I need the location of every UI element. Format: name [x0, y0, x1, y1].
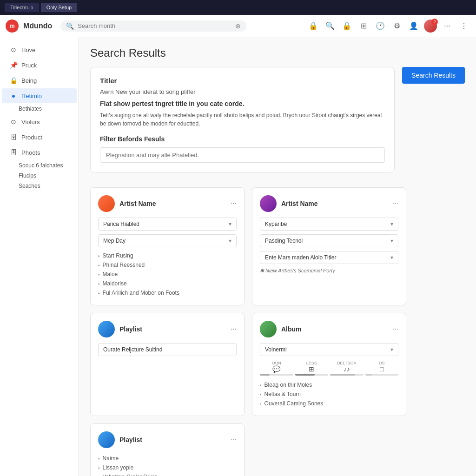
avatar-container[interactable]: 2: [424, 20, 437, 33]
list-item: Maldorise: [98, 279, 237, 288]
card-title-4: Album: [281, 325, 388, 333]
clock-icon[interactable]: 🕐: [374, 20, 387, 33]
card-menu-1[interactable]: ···: [231, 199, 237, 208]
search-bar[interactable]: 🔍 ⊕: [60, 20, 246, 32]
page-title: Search Results: [90, 46, 465, 60]
card-playlist-1: Playlist ··· Ourate Reijcture Sultind: [90, 313, 245, 416]
info-card-title: Titler: [100, 77, 385, 85]
card-list-5: Naime Lissan yople Vallatible Greler Poo…: [98, 454, 237, 476]
list-item: Ful Arillich and Mober on Foots: [98, 288, 237, 298]
search-results-btn-container: Search Results: [402, 67, 465, 84]
sidebar-item-violurs[interactable]: ⊙ Violurs: [2, 114, 77, 129]
user-icon[interactable]: 👤: [407, 20, 420, 33]
logo-icon: m: [6, 20, 19, 33]
card-note-2: ✱ Niew Arthes's Scomonial Porty: [260, 268, 398, 274]
dropdown-1b[interactable]: Mep Day ▾: [98, 234, 237, 247]
search-icon: 🔍: [66, 22, 74, 30]
topbar: Titlectm.io Only Setup: [0, 0, 476, 15]
settings-icon[interactable]: ⚙: [390, 20, 403, 33]
sidebar-item-phoots[interactable]: 🗄 Phoots: [2, 145, 77, 160]
pruck-icon: 📌: [9, 61, 18, 69]
card-list-1: Start Rusing Phinal Reessned Maloe Maldo…: [98, 251, 237, 298]
topbar-tab-2[interactable]: Only Setup: [41, 3, 77, 12]
list-item: Neltas & Tourn: [260, 390, 398, 399]
card-menu-2[interactable]: ···: [392, 199, 398, 208]
filter-title: Filter Befords Fesuls: [100, 135, 385, 143]
list-item: Ouverall Caming Sones: [260, 399, 398, 408]
album-stats: OUN 💬 LESS ⊞ DELTSOA ♪♪: [260, 361, 398, 376]
card-artist-1: Artist Name ··· Parica Riabled ▾ Mep Day…: [90, 187, 245, 305]
card-header-4: Album ···: [260, 321, 398, 337]
header: m Mdundo 🔍 ⊕ 🔒 🔍 🔒 ⊞ 🕐 ⚙ 👤 2 ··· ⋮: [0, 15, 476, 37]
sidebar-label-violurs: Violurs: [21, 119, 40, 126]
card-title-1: Artist Name: [119, 200, 226, 207]
card-menu-3[interactable]: ···: [231, 325, 237, 333]
info-card-body: Tett's suging one all waly the rechelale…: [100, 111, 385, 128]
sidebar-label-phoots: Phoots: [21, 149, 40, 156]
card-artist-2: Artist Name ··· Kyparibe ▾ Pasding Tecno…: [252, 187, 406, 305]
lock-icon[interactable]: 🔒: [307, 20, 320, 33]
dropdown-2a[interactable]: Kyparibe ▾: [260, 218, 398, 231]
dropdown-3a[interactable]: Ourate Reijcture Sultind: [98, 343, 237, 356]
card-title-5: Playlist: [119, 436, 226, 443]
sidebar-item-pruck[interactable]: 📌 Pruck: [2, 58, 77, 73]
sidebar-label-product: Product: [21, 134, 42, 141]
phoots-icon: 🗄: [9, 149, 18, 156]
filter-input[interactable]: [100, 147, 385, 163]
topbar-tabs: Titlectm.io Only Setup: [5, 3, 77, 12]
retimlo-icon: ●: [9, 92, 18, 99]
list-item: Naime: [98, 454, 237, 463]
header-icons: 🔒 🔍 🔒 ⊞ 🕐 ⚙ 👤 2 ··· ⋮: [307, 20, 470, 33]
card-title-3: Playlist: [119, 325, 226, 333]
sidebar-label-being: Being: [21, 77, 37, 84]
search-input[interactable]: [78, 22, 231, 29]
card-header-2: Artist Name ···: [260, 195, 398, 212]
card-album: Album ··· Volnerml ▾ OUN 💬 LESS ⊞: [252, 313, 406, 416]
logo-text: Mdundo: [23, 22, 52, 30]
card-avatar-5: [98, 431, 115, 448]
stat-less: LESS ⊞: [295, 361, 329, 376]
hove-icon: ⊙: [9, 46, 18, 53]
list-item: Start Rusing: [98, 251, 237, 260]
sidebar-item-being[interactable]: 🔒 Being: [2, 73, 77, 88]
sidebar-sub-seaches[interactable]: Seaches: [0, 181, 79, 191]
chevron-down-icon-2c: ▾: [390, 254, 393, 261]
dropdown-4a[interactable]: Volnerml ▾: [260, 343, 398, 356]
card-playlist-2: Playlist ··· Naime Lissan yople Vallatib…: [90, 423, 245, 476]
chevron-down-icon-4a: ▾: [390, 346, 393, 353]
main-content: Search Results Titler Awrn New your ider…: [79, 37, 476, 476]
being-icon: 🔒: [9, 77, 18, 84]
grid-icon[interactable]: ⊞: [357, 20, 370, 33]
sidebar-item-product[interactable]: 🗄 Product: [2, 130, 77, 145]
sidebar-label-pruck: Pruck: [21, 62, 37, 69]
card-menu-4[interactable]: ···: [392, 325, 398, 333]
sidebar-item-retimlo[interactable]: ● Retimlo: [2, 88, 77, 103]
security-icon[interactable]: 🔒: [340, 20, 353, 33]
stat-oun: OUN 💬: [260, 361, 293, 376]
search-results-button[interactable]: Search Results: [402, 67, 465, 84]
sidebar-item-hove[interactable]: ⊙ Hove: [2, 42, 77, 57]
search-icon-2[interactable]: 🔍: [324, 20, 337, 33]
layout: ⊙ Hove 📌 Pruck 🔒 Being ● Retimlo Bethiat…: [0, 37, 476, 476]
chevron-down-icon-1a: ▾: [229, 221, 231, 227]
dropdown-2c[interactable]: Ente Mars maden Alolo Titler ▾: [260, 251, 398, 264]
dropdown-2b[interactable]: Pasding Tecnol ▾: [260, 234, 398, 247]
card-menu-5[interactable]: ···: [231, 436, 237, 444]
sidebar-sub-bethiates[interactable]: Bethiates: [0, 104, 79, 114]
topbar-tab-1[interactable]: Titlectm.io: [5, 3, 39, 12]
list-item: Phinal Reessned: [98, 260, 237, 270]
notification-badge: 2: [431, 19, 438, 25]
card-list-4: Bleag on thir Moles Neltas & Tourn Ouver…: [260, 380, 398, 408]
chevron-down-icon-2b: ▾: [390, 238, 393, 244]
list-item: Bleag on thir Moles: [260, 380, 398, 390]
dropdown-1a[interactable]: Parica Riabled ▾: [98, 218, 237, 231]
sidebar-sub-flucips[interactable]: Flucips: [0, 171, 79, 181]
menu-icon[interactable]: ⋮: [457, 20, 470, 33]
more-icon[interactable]: ···: [441, 20, 454, 33]
sidebar-sub-soouc[interactable]: Soouc 6 falchates: [0, 160, 79, 171]
product-icon: 🗄: [9, 133, 18, 141]
cards-grid: Artist Name ··· Parica Riabled ▾ Mep Day…: [90, 187, 406, 476]
card-header-1: Artist Name ···: [98, 195, 237, 212]
violurs-icon: ⊙: [9, 118, 18, 126]
chevron-down-icon-1b: ▾: [229, 238, 231, 244]
